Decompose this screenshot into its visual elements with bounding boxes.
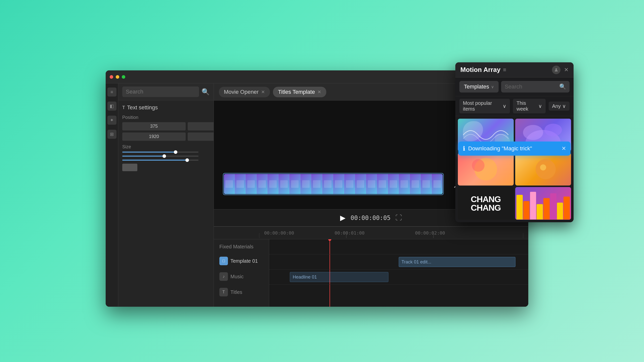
icon-strip-item-4[interactable]: ⊞	[107, 130, 116, 139]
week-chevron-icon: ∨	[538, 103, 542, 109]
settings-panel: T Text settings Position Size	[118, 100, 214, 307]
clip-title[interactable]: Headline 01	[290, 272, 388, 282]
svg-point-4	[555, 68, 557, 70]
tab-close-titles-template[interactable]: ✕	[317, 89, 321, 95]
track-template-01[interactable]: □ Template 01	[217, 254, 266, 268]
play-button[interactable]: ▶	[340, 214, 346, 222]
ma-menu-icon[interactable]: ≡	[503, 67, 506, 73]
slider-track-2[interactable]	[122, 156, 198, 157]
minimize-button[interactable]	[116, 75, 119, 79]
icon-strip-item-2[interactable]: ◧	[107, 102, 116, 111]
timeline-tracks-content: Track 01 edit... Headline 01	[269, 239, 528, 307]
popular-chevron-icon: ∨	[503, 103, 506, 109]
download-message: Downloading "Magic trick"	[468, 145, 532, 152]
any-filter-chip[interactable]: Any ∨	[549, 102, 570, 111]
pos-h-input[interactable]	[188, 132, 214, 141]
filmstrip-frame-14	[366, 174, 377, 194]
ma-header-right: ✕	[552, 66, 569, 74]
search-input[interactable]	[122, 86, 199, 97]
video-filmstrip[interactable]	[224, 174, 443, 194]
timeline-row-template	[269, 239, 528, 254]
track-titles[interactable]: T Titles	[217, 285, 266, 299]
search-bar: 🔍	[118, 83, 214, 100]
download-notification: ℹ Downloading "Magic trick" ✕	[458, 142, 571, 156]
tab-close-movie-opener[interactable]: ✕	[261, 89, 265, 95]
ma-header: Motion Array ≡ ✕	[455, 62, 574, 77]
svg-point-9	[472, 159, 485, 172]
any-chevron-icon: ∨	[562, 103, 566, 109]
filmstrip-frame-9	[311, 174, 323, 194]
settings-title: T Text settings	[122, 104, 210, 111]
motion-array-panel: Motion Array ≡ ✕ Templates ∨ Search 🔍 Mo…	[455, 62, 574, 222]
ma-avatar[interactable]	[552, 66, 560, 74]
svg-point-6	[523, 125, 543, 140]
filmstrip-frame-4	[257, 174, 268, 194]
timeline-body: Fixed Materials □ Template 01 ♪ Music T …	[214, 239, 528, 307]
filmstrip-frame-20	[432, 174, 443, 194]
timeline-header: 00:00:00:00 00:00:01:00 00:00:02:00	[214, 227, 528, 239]
track-music-icon: ♪	[219, 272, 228, 281]
tab-movie-opener[interactable]: Movie Opener ✕	[219, 87, 270, 97]
timeline: 00:00:00:00 00:00:01:00 00:00:02:00	[214, 226, 528, 307]
svg-point-10	[536, 159, 556, 179]
ma-sort-row: Most popular items ∨ This week ∨ Any ∨	[455, 96, 574, 116]
maximize-button[interactable]	[122, 75, 125, 79]
thumbnail-5[interactable]: CHANG CHANG	[458, 187, 514, 220]
filmstrip-frame-1	[224, 174, 235, 194]
filmstrip-frame-2	[235, 174, 246, 194]
filmstrip-frame-11	[333, 174, 344, 194]
thumbnail-3[interactable]	[458, 153, 514, 186]
ma-title-area: Motion Array ≡	[460, 66, 506, 74]
slider-group-3	[122, 160, 210, 161]
filmstrip-frame-18	[410, 174, 421, 194]
track-music[interactable]: ♪ Music	[217, 270, 266, 283]
popular-filter-chip[interactable]: Most popular items ∨	[459, 99, 510, 113]
filmstrip-frame-17	[399, 174, 410, 194]
filmstrip-frame-12	[344, 174, 355, 194]
clip-music[interactable]: Track 01 edit...	[399, 257, 515, 267]
filmstrip-frame-5	[268, 174, 279, 194]
filmstrip-frame-8	[301, 174, 312, 194]
search-icon: 🔍	[559, 83, 566, 90]
pos-w-input[interactable]	[122, 132, 186, 141]
filmstrip-frame-15	[377, 174, 388, 194]
icon-strip-item-1[interactable]: ≡	[107, 87, 116, 97]
filmstrip-frame-13	[355, 174, 366, 194]
pos-y-input[interactable]	[188, 122, 214, 130]
week-filter-chip[interactable]: This week ∨	[513, 99, 545, 113]
thumbnail-6[interactable]	[515, 187, 571, 220]
slider-group-2	[122, 156, 210, 157]
position-label: Position	[122, 115, 210, 120]
download-info-icon: ℹ	[463, 145, 465, 152]
filmstrip-frame-6	[279, 174, 290, 194]
icon-strip-item-3[interactable]: ✦	[107, 116, 116, 125]
position-inputs	[122, 122, 210, 141]
track-titles-icon: T	[219, 288, 228, 296]
fullscreen-button[interactable]: ⛶	[395, 214, 402, 222]
filmstrip-frame-16	[388, 174, 399, 194]
color-swatch[interactable]	[122, 164, 137, 171]
search-icon[interactable]: 🔍	[202, 88, 210, 96]
slider-track-1[interactable]	[122, 152, 198, 153]
fixed-materials-label: Fixed Materials	[217, 242, 266, 251]
track-template-icon: □	[219, 257, 228, 265]
track-template-label: Template 01	[230, 258, 258, 264]
tab-titles-template[interactable]: Titles Template ✕	[273, 87, 326, 97]
ma-search-field[interactable]: Search 🔍	[501, 81, 570, 93]
pos-x-input[interactable]	[122, 122, 186, 130]
ma-close-button[interactable]: ✕	[564, 67, 569, 73]
icon-strip: ≡ ◧ ✦ ⊞	[106, 83, 118, 307]
svg-point-7	[544, 124, 562, 136]
slider-track-3[interactable]	[122, 160, 198, 161]
timeline-row-music: Track 01 edit...	[269, 254, 528, 269]
download-close-button[interactable]: ✕	[561, 145, 566, 152]
track-music-label: Music	[230, 274, 244, 280]
filmstrip-frame-19	[421, 174, 432, 194]
filmstrip-frame-7	[290, 174, 301, 194]
templates-dropdown-button[interactable]: Templates ∨	[459, 81, 499, 93]
timeline-tracks-labels: Fixed Materials □ Template 01 ♪ Music T …	[214, 239, 269, 307]
close-button[interactable]	[110, 75, 113, 79]
ma-filter-bar: Templates ∨ Search 🔍	[455, 77, 574, 96]
thumbnail-4[interactable]	[515, 153, 571, 186]
left-panel: 🔍 T Text settings Position Si	[118, 83, 214, 307]
